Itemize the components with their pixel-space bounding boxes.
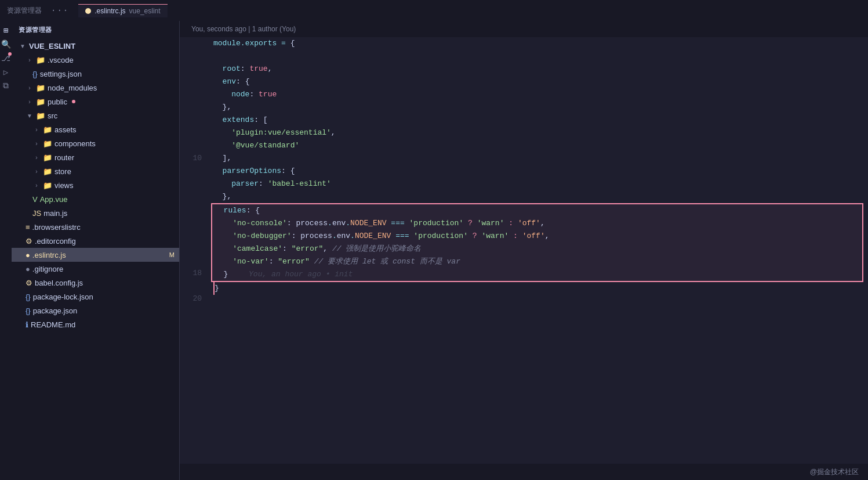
sidebar-item-app-vue[interactable]: V App.vue	[12, 192, 179, 206]
app-vue-label: App.vue	[40, 195, 68, 204]
eslint-icon: ●	[26, 251, 30, 259]
rules-highlight-box: rules: { 'no-console': process.env.NODE_…	[211, 203, 863, 282]
modified-badge: M	[169, 251, 175, 258]
line-num	[187, 37, 202, 50]
git-blame-text: You, seconds ago | 1 author (You)	[191, 25, 296, 33]
line-num	[187, 280, 202, 293]
chevron-right-icon: ›	[32, 139, 41, 147]
vscode-label: .vscode	[48, 56, 74, 64]
code-line: 'no-var': "error" // 要求使用 let 或 const 而不…	[215, 255, 862, 268]
sidebar-item-main-js[interactable]: JS main.js	[12, 206, 179, 220]
line-num	[187, 139, 202, 152]
code-editor[interactable]: 10 18 20 module.exports = {	[180, 37, 868, 464]
sidebar-item-node-modules[interactable]: › 📁 node_modules	[12, 81, 179, 95]
line-num	[187, 63, 202, 75]
views-label: views	[55, 181, 74, 190]
git-icon[interactable]: ⎇	[1, 53, 10, 63]
sidebar-item-src[interactable]: ▼ 📁 src	[12, 109, 179, 122]
eslintrc-label: .eslintrc.js	[32, 251, 66, 259]
sidebar-item-readme[interactable]: ℹ README.md	[12, 317, 179, 331]
sidebar-item-package-lock[interactable]: {} package-lock.json	[12, 290, 179, 304]
root-folder[interactable]: ▼ VUE_ESLINT	[12, 39, 179, 53]
line-num	[187, 241, 202, 254]
code-line: ],	[213, 152, 863, 165]
sidebar-item-router[interactable]: › 📁 router	[12, 150, 179, 164]
explorer-icon[interactable]: ⊞	[1, 26, 10, 35]
line-num	[187, 216, 202, 229]
folder-icon: 📁	[36, 98, 45, 106]
readme-label: README.md	[31, 320, 75, 329]
modified-dot	[72, 100, 75, 103]
top-bar: 资源管理器 ··· .eslintrc.js vue_eslint	[0, 0, 868, 21]
sidebar-item-package-json[interactable]: {} package.json	[12, 304, 179, 317]
chevron-right-icon: ›	[26, 56, 34, 64]
code-line: 'plugin:vue/essential',	[213, 127, 863, 139]
settings-json-label: settings.json	[40, 70, 82, 78]
js-icon: JS	[32, 209, 41, 218]
package-lock-label: package-lock.json	[33, 293, 93, 301]
extensions-icon[interactable]: ⧉	[1, 81, 10, 91]
editorconfig-label: .editorconfig	[35, 237, 76, 246]
code-line: module.exports = {	[213, 37, 863, 50]
public-label: public	[48, 98, 67, 106]
babel-icon: ⚙	[26, 279, 32, 287]
sidebar-item-public[interactable]: › 📁 public	[12, 95, 179, 109]
sidebar-item-settings-json[interactable]: {} settings.json	[12, 67, 179, 81]
line-num	[187, 178, 202, 190]
search-icon[interactable]: 🔍	[1, 39, 10, 49]
package-json-label: package.json	[33, 306, 78, 315]
sidebar-item-views[interactable]: › 📁 views	[12, 178, 179, 192]
line-num	[187, 114, 202, 127]
chevron-right-icon: ›	[26, 84, 34, 92]
folder-icon: 📁	[43, 167, 52, 176]
folder-icon: 📁	[43, 139, 52, 148]
readme-icon: ℹ	[26, 320, 28, 329]
gitignore-label: .gitignore	[32, 265, 63, 273]
sidebar-item-vscode[interactable]: › 📁 .vscode	[12, 53, 179, 67]
sidebar-item-gitignore[interactable]: ● .gitignore	[12, 262, 179, 276]
line-num: 10	[187, 152, 202, 165]
tab-context: vue_eslint	[129, 7, 161, 15]
activity-bar: ⊞ 🔍 ⎇ ▷ ⧉	[0, 21, 12, 480]
line-num	[187, 88, 202, 101]
chevron-right-icon: ›	[26, 98, 34, 106]
folder-icon: 📁	[43, 153, 52, 162]
line-num	[187, 50, 202, 63]
top-bar-more[interactable]: ···	[51, 6, 69, 15]
code-lines: module.exports = { root: true, env: { no…	[209, 37, 868, 464]
line-num: 18	[187, 267, 202, 280]
code-line: },	[213, 190, 863, 203]
gitignore-icon: ●	[26, 265, 30, 273]
code-line: parserOptions: {	[213, 165, 863, 178]
folder-icon: 📁	[36, 111, 45, 120]
line-num	[187, 190, 202, 203]
node-modules-label: node_modules	[48, 84, 97, 92]
code-line	[213, 295, 863, 308]
code-line: '@vue/standard'	[213, 139, 863, 152]
explorer-title: 资源管理器	[7, 6, 42, 16]
code-line: extends: [	[213, 114, 863, 127]
tab-icon	[85, 8, 91, 14]
sidebar-item-editorconfig[interactable]: ⚙ .editorconfig	[12, 234, 179, 248]
code-line: rules: {	[215, 204, 862, 217]
sidebar-item-eslintrc[interactable]: ● .eslintrc.js M	[12, 248, 179, 262]
components-label: components	[55, 139, 96, 148]
vue-icon: V	[32, 195, 38, 204]
blame-inline: You, an hour ago • init	[228, 270, 353, 279]
code-line: 'no-debugger': process.env.NODE_ENV === …	[215, 230, 862, 243]
line-numbers: 10 18 20	[180, 37, 209, 464]
sidebar-item-store[interactable]: › 📁 store	[12, 164, 179, 178]
debug-icon[interactable]: ▷	[1, 67, 10, 77]
sidebar-item-assets[interactable]: › 📁 assets	[12, 122, 179, 136]
line-num	[187, 229, 202, 241]
code-line: 'camelcase': "error", // 强制是使用小驼峰命名	[215, 243, 862, 255]
sidebar-item-components[interactable]: › 📁 components	[12, 136, 179, 150]
sidebar-item-browserslistrc[interactable]: ≡ .browserslistrc	[12, 220, 179, 234]
main-js-label: main.js	[43, 209, 67, 218]
line-num	[187, 75, 202, 88]
src-label: src	[48, 111, 57, 120]
chevron-right-icon: ›	[32, 125, 41, 133]
code-line: 'no-console': process.env.NODE_ENV === '…	[215, 217, 862, 230]
editor-tab[interactable]: .eslintrc.js vue_eslint	[78, 4, 167, 17]
sidebar-item-babel[interactable]: ⚙ babel.config.js	[12, 276, 179, 290]
